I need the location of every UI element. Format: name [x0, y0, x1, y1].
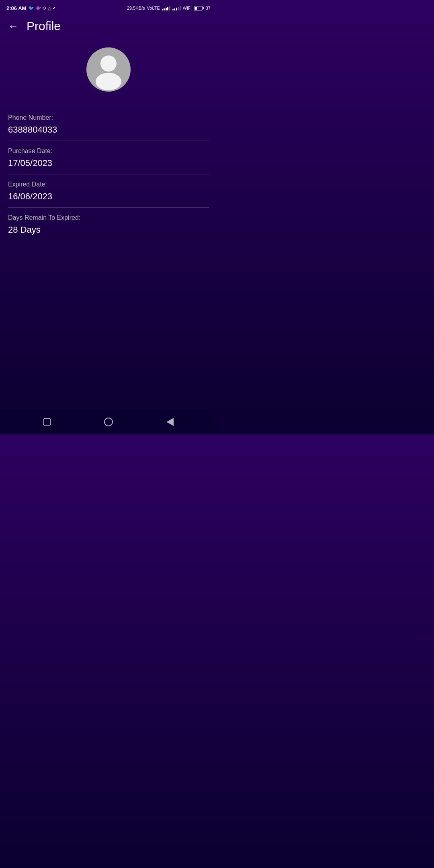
- status-left: 2:06 AM 🐦 👾 ⚙ △ ✔: [6, 5, 56, 11]
- avatar: [86, 47, 131, 92]
- svg-point-0: [100, 55, 117, 72]
- battery-percent: 37: [206, 6, 211, 10]
- battery-fill: [194, 7, 197, 10]
- signal-bar-5: [169, 6, 170, 10]
- phone-number-field: Phone Number: 6388804033: [8, 108, 209, 141]
- status-bar: 2:06 AM 🐦 👾 ⚙ △ ✔ 29.5KB/s VoLTE WiFi: [0, 0, 217, 14]
- recent-apps-button[interactable]: [39, 414, 55, 430]
- expired-date-value: 16/06/2023: [8, 191, 209, 202]
- signal-bar2-5: [180, 6, 181, 10]
- signal-bar2-4: [178, 7, 179, 10]
- app-bar: ← Profile: [0, 14, 217, 39]
- home-button[interactable]: [100, 414, 117, 430]
- purchase-date-value: 17/05/2023: [8, 158, 209, 168]
- volte-icon: VoLTE: [147, 6, 160, 10]
- back-nav-icon: [166, 418, 174, 426]
- page-title: Profile: [27, 19, 61, 33]
- days-remain-label: Days Remain To Expired:: [8, 214, 209, 221]
- nav-bar: [0, 410, 217, 434]
- home-icon: [104, 418, 113, 426]
- purchase-date-label: Purchase Date:: [8, 147, 209, 155]
- signal-bar2-2: [174, 8, 175, 10]
- purchase-date-field: Purchase Date: 17/05/2023: [8, 141, 209, 174]
- phone-number-value: 6388804033: [8, 125, 209, 135]
- battery-tip: [203, 7, 204, 9]
- avatar-container: [0, 39, 217, 108]
- wifi-icon: WiFi: [183, 6, 192, 10]
- signal-bar2-3: [176, 8, 177, 10]
- signal-bar-2: [164, 8, 165, 10]
- battery-body: [194, 6, 203, 10]
- notification-icons: 🐦 👾 ⚙ △ ✔: [29, 6, 55, 11]
- battery-indicator: [194, 6, 204, 10]
- svg-point-1: [96, 73, 121, 90]
- status-right: 29.5KB/s VoLTE WiFi 37: [127, 6, 211, 10]
- days-remain-field: Days Remain To Expired: 28 Days: [8, 208, 209, 241]
- status-time: 2:06 AM: [6, 5, 26, 11]
- avatar-svg: [86, 47, 131, 92]
- back-nav-button[interactable]: [162, 414, 178, 430]
- recent-apps-icon: [43, 418, 51, 426]
- signal-bars-1: [162, 6, 170, 10]
- signal-bar-3: [166, 8, 167, 10]
- profile-fields: Phone Number: 6388804033 Purchase Date: …: [0, 108, 217, 241]
- days-remain-value: 28 Days: [8, 225, 209, 235]
- back-button[interactable]: ←: [6, 19, 20, 33]
- phone-number-label: Phone Number:: [8, 114, 209, 121]
- signal-bar2-1: [172, 9, 174, 10]
- signal-bar-1: [162, 9, 163, 10]
- signal-bar-4: [167, 7, 168, 10]
- back-arrow-icon: ←: [8, 20, 18, 32]
- signal-bars-2: [172, 6, 181, 10]
- network-speed: 29.5KB/s: [127, 6, 145, 10]
- expired-date-field: Expired Date: 16/06/2023: [8, 174, 209, 208]
- expired-date-label: Expired Date:: [8, 181, 209, 188]
